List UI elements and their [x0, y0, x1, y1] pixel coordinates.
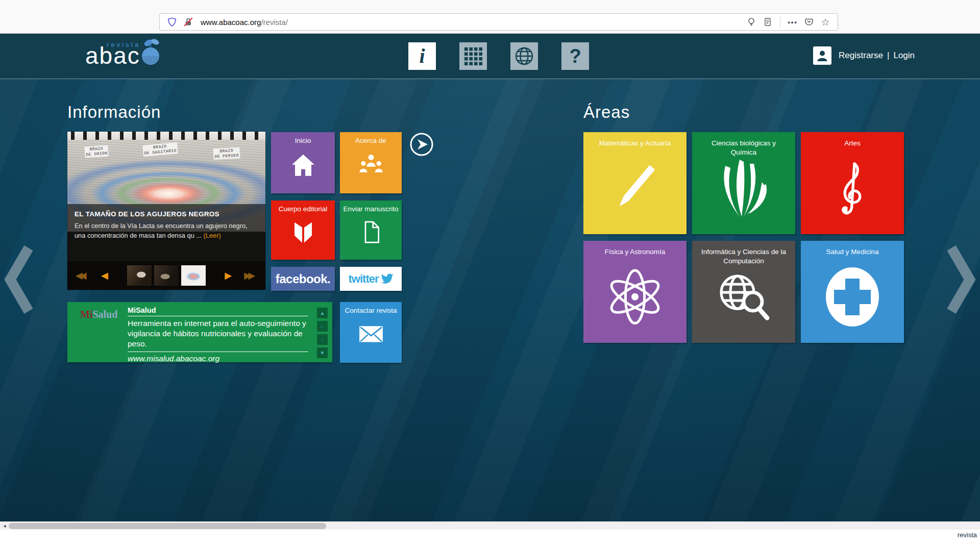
notebook-spiral-binding — [67, 132, 265, 140]
tracking-protection-shield-icon[interactable] — [165, 15, 179, 29]
tile-enviar-manuscrito[interactable]: Enviar manuscrito — [340, 201, 402, 260]
register-link[interactable]: Registrarse — [839, 51, 883, 61]
site-header: abac revista i — [0, 34, 980, 79]
url-text[interactable]: www.abacoac.org/revista/ — [201, 18, 743, 27]
misalud-stop-button[interactable]: ■ — [317, 334, 328, 345]
scroll-left-button[interactable]: ◄ — [1, 522, 8, 530]
misalud-logo-mi: Mi — [80, 309, 92, 320]
misalud-up-button[interactable]: ▲ — [317, 308, 328, 318]
image-annotation: BRAZO DE PERSEO — [213, 147, 240, 160]
page-prev-chevron[interactable] — [3, 245, 33, 314]
tile-label: Acerca de — [340, 132, 402, 144]
tile-label: Cuerpo editorial — [271, 201, 335, 213]
area-tile-salud-medicina[interactable]: Salud y Medicina — [801, 241, 904, 343]
horizontal-scrollbar[interactable]: ◄ — [0, 521, 980, 530]
status-text: revista — [958, 531, 977, 539]
facebook-wordmark: facebook. — [276, 272, 331, 286]
logo-berry-icon — [139, 38, 162, 66]
areas-grid: Matemáticas y Actuaría Ciencias biológic… — [583, 132, 904, 343]
reader-mode-icon[interactable] — [761, 15, 774, 29]
misalud-title: MiSalud — [128, 306, 308, 316]
login-link[interactable]: Login — [893, 51, 915, 61]
user-icon[interactable] — [813, 46, 831, 65]
tile-label: Inicio — [271, 132, 335, 144]
people-group-icon — [358, 154, 384, 176]
next-article-button[interactable] — [409, 132, 434, 157]
news-text-overlay: EL TAMAÑO DE LOS AGUJEROS NEGROS En el c… — [67, 204, 265, 261]
tile-label: Artes — [801, 132, 904, 148]
nav-language-tile[interactable] — [510, 42, 538, 70]
envelope-icon — [358, 324, 384, 343]
tile-inicio[interactable]: Inicio — [271, 132, 335, 193]
carousel-prev-button[interactable]: ◀ — [101, 268, 108, 283]
area-tile-fisica-astronomia[interactable]: Física y Astronomía — [583, 241, 687, 343]
misalud-play-button[interactable]: ▶ — [317, 321, 328, 332]
informacion-title: Información — [67, 103, 161, 122]
misalud-url-link[interactable]: www.misalud.abacoac.org — [128, 352, 308, 363]
scrollbar-thumb[interactable] — [9, 523, 326, 529]
carousel-next-button[interactable]: ▶ — [225, 268, 232, 283]
atom-icon — [605, 267, 665, 327]
tile-facebook[interactable]: facebook. — [271, 267, 335, 291]
nav-help-tile[interactable]: ? — [561, 42, 589, 70]
misalud-controls: ▲ ▶ ■ ▼ — [317, 308, 328, 358]
info-icon: i — [419, 46, 425, 66]
url-bar[interactable]: www.abacoac.org/revista/ ••• ☆ — [159, 13, 838, 31]
lightbulb-icon[interactable] — [745, 15, 758, 29]
carousel-thumbnail[interactable] — [181, 265, 206, 286]
auth-links: Registrarse | Login — [813, 46, 915, 65]
tile-contactar-revista[interactable]: Contactar revista — [340, 302, 402, 363]
carousel-last-button[interactable]: ▶▶ — [244, 268, 252, 283]
misalud-text: MiSalud Herramienta en internet para el … — [128, 306, 308, 363]
medical-cross-icon — [825, 266, 880, 328]
misalud-banner-tile[interactable]: MiSalud MiSalud Herramienta en internet … — [67, 302, 332, 362]
page-next-chevron[interactable] — [947, 245, 977, 314]
main-content: Información Áreas BRAZO DE ORIÓN BRAZO D… — [0, 79, 980, 521]
open-book-icon — [290, 220, 316, 244]
twitter-bird-icon — [380, 273, 394, 285]
area-tile-ciencias-biologicas[interactable]: Ciencias biológicas y Química — [692, 132, 795, 234]
tile-label: Enviar manuscrito — [340, 201, 402, 213]
tile-label: Salud y Medicina — [801, 241, 904, 257]
status-bar: revista — [0, 530, 980, 551]
bookmark-star-icon[interactable]: ☆ — [819, 15, 832, 29]
tile-label: Ciencias biológicas y Química — [692, 132, 795, 157]
nav-apps-tile[interactable] — [459, 42, 487, 70]
carousel-thumbnail[interactable] — [154, 265, 179, 286]
area-tile-artes[interactable]: Artes — [801, 132, 904, 234]
image-annotation: BRAZO DE ORIÓN — [84, 145, 109, 158]
globe-icon — [514, 46, 534, 66]
misalud-down-button[interactable]: ▼ — [317, 347, 328, 358]
news-body-text: En el centro de la Vía Lacta se encuentr… — [75, 222, 248, 239]
site-logo[interactable]: abac revista — [85, 38, 162, 67]
read-more-link[interactable]: (Leer) — [204, 232, 221, 239]
page-actions-ellipsis-icon[interactable]: ••• — [786, 15, 799, 29]
manuscript-document-icon — [360, 219, 382, 245]
news-body: En el centro de la Vía Lacta se encuentr… — [75, 221, 258, 240]
area-tile-matematicas[interactable]: Matemáticas y Actuaría — [583, 132, 687, 234]
treble-clef-icon — [836, 158, 869, 219]
insecure-lock-icon[interactable] — [182, 15, 195, 29]
news-headline[interactable]: EL TAMAÑO DE LOS AGUJEROS NEGROS — [75, 210, 258, 218]
screen: www.abacoac.org/revista/ ••• ☆ abac revi… — [0, 0, 980, 551]
tile-acerca-de[interactable]: Acerca de — [340, 132, 402, 193]
carousel-thumbnail[interactable] — [127, 265, 152, 286]
tile-label: Matemáticas y Actuaría — [583, 132, 687, 148]
carousel-first-button[interactable]: ◀◀ — [76, 268, 84, 283]
tile-cuerpo-editorial[interactable]: Cuerpo editorial — [271, 201, 335, 260]
logo-subtitle: revista — [107, 41, 140, 48]
area-tile-informatica[interactable]: Informática y Ciencias de la Computación — [692, 241, 795, 343]
header-nav: i — [408, 42, 589, 70]
nav-info-tile[interactable]: i — [408, 42, 436, 70]
carousel-thumbnails — [127, 265, 206, 286]
tile-twitter[interactable]: twitter — [340, 267, 402, 291]
misalud-logo: MiSalud — [80, 309, 117, 320]
url-domain: www.abacoac.org — [201, 18, 261, 27]
news-carousel-tile[interactable]: BRAZO DE ORIÓN BRAZO DE SAGITARIO BRAZO … — [67, 132, 265, 290]
browser-toolbar: www.abacoac.org/revista/ ••• ☆ — [0, 0, 980, 34]
misalud-description: Herramienta en internet para el auto-seg… — [128, 316, 308, 352]
apps-grid-icon — [463, 46, 483, 66]
carousel-strip: ◀◀ ◀ ▶ ▶▶ — [67, 261, 265, 290]
help-icon: ? — [569, 46, 581, 66]
pocket-icon[interactable] — [802, 15, 816, 29]
